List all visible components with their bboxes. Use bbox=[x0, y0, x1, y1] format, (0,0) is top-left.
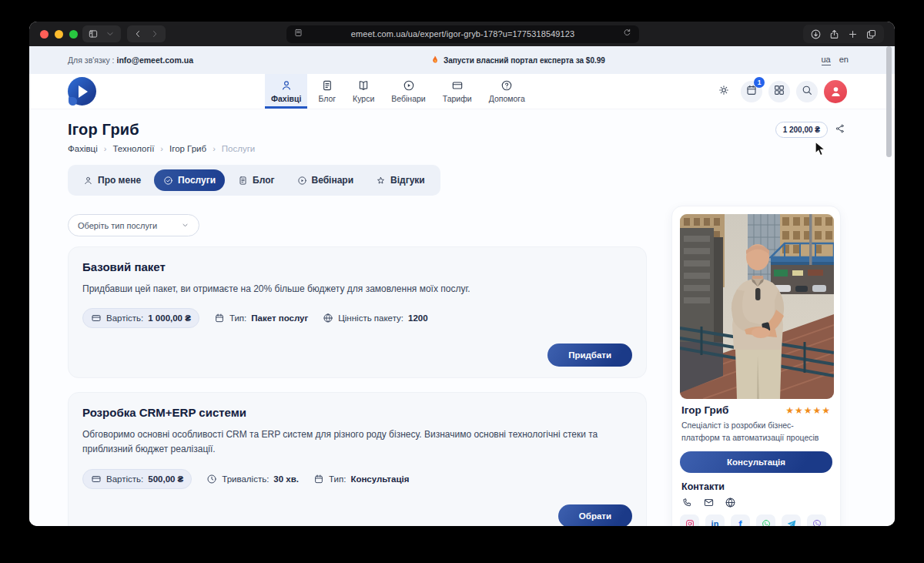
badge-label: Цінність пакету: bbox=[338, 313, 403, 323]
service-title: Базовий пакет bbox=[82, 260, 632, 273]
breadcrumb-item[interactable]: Фахівці bbox=[68, 144, 98, 153]
contact-info: Для зв'язку : info@emeet.com.ua bbox=[68, 55, 193, 65]
badge-value: 30 хв. bbox=[273, 474, 299, 484]
social-viber-link[interactable] bbox=[807, 514, 826, 526]
doc-icon bbox=[238, 176, 248, 186]
service-button-row: Обрати bbox=[82, 504, 632, 526]
nav-item-label: Тарифи bbox=[443, 94, 472, 103]
tab-label: Відгуки bbox=[390, 175, 425, 186]
contacts-title: Контакти bbox=[680, 481, 832, 492]
breadcrumb-separator: › bbox=[213, 144, 216, 153]
social-whatsapp-link[interactable] bbox=[756, 514, 775, 526]
nav-item-label: Допомога bbox=[489, 94, 525, 103]
minimize-button[interactable] bbox=[55, 30, 63, 39]
consultation-button[interactable]: Консультація bbox=[680, 451, 832, 473]
breadcrumb-separator: › bbox=[104, 144, 107, 153]
tab-services[interactable]: Послуги bbox=[154, 169, 225, 191]
service-button-row: Придбати bbox=[82, 343, 632, 367]
nav-item-label: Фахівці bbox=[271, 94, 301, 103]
social-telegram-link[interactable] bbox=[782, 514, 801, 526]
service-badges: Вартість: 500,00 ₴Тривалість: 30 хв.Тип:… bbox=[82, 469, 632, 489]
site-logo[interactable] bbox=[68, 77, 96, 106]
contact-icons bbox=[680, 497, 832, 508]
search-button[interactable] bbox=[796, 81, 818, 102]
back-icon[interactable] bbox=[132, 28, 143, 39]
nav-item-experts[interactable]: Фахівці bbox=[265, 74, 307, 109]
nav-item-label: Курси bbox=[353, 94, 374, 103]
tab-label: Послуги bbox=[178, 175, 216, 186]
globe-icon bbox=[323, 313, 333, 323]
apps-button[interactable] bbox=[768, 81, 790, 102]
breadcrumb-item[interactable]: Технології bbox=[112, 144, 154, 153]
choose-button[interactable]: Обрати bbox=[558, 504, 632, 526]
tab-reviews[interactable]: Відгуки bbox=[367, 169, 434, 191]
contact-globe-button[interactable] bbox=[725, 497, 736, 508]
service-badge: Тривалість: 30 хв. bbox=[206, 474, 299, 484]
share-profile-button[interactable] bbox=[835, 123, 845, 137]
nav-item-webinars[interactable]: Вебінари bbox=[385, 74, 431, 109]
lang-ua[interactable]: ua bbox=[822, 55, 831, 65]
cardnav-icon bbox=[451, 79, 464, 92]
calendar-icon bbox=[214, 313, 225, 323]
downloads-icon[interactable] bbox=[810, 28, 822, 40]
rating-stars: ★★★★★ bbox=[785, 405, 831, 416]
chevron-down-icon bbox=[181, 221, 189, 230]
share-icon[interactable] bbox=[829, 28, 840, 40]
chevron-down-icon[interactable] bbox=[105, 28, 116, 39]
nav-item-courses[interactable]: Курси bbox=[346, 74, 380, 109]
service-badge: Тип: Консультація bbox=[313, 474, 409, 484]
tab-about[interactable]: Про мене bbox=[74, 169, 150, 191]
tab-overview-icon[interactable] bbox=[865, 28, 877, 40]
service-badge: Тип: Пакет послуг bbox=[214, 313, 308, 323]
title-actions: 1 200,00 ₴ bbox=[775, 122, 845, 138]
address-bar[interactable]: emeet.com.ua/ua/expert/igor-gryb-178?u=1… bbox=[286, 25, 639, 43]
social-instagram-link[interactable] bbox=[680, 514, 699, 526]
announcement-bar: Для зв'язку : info@emeet.com.ua Запусти … bbox=[29, 46, 895, 74]
nav-item-help[interactable]: Допомога bbox=[483, 74, 531, 109]
profile-tabs: Про менеПослугиБлогВебінариВідгуки bbox=[68, 165, 440, 196]
badge-value: 1 000,00 ₴ bbox=[148, 313, 191, 323]
forward-icon[interactable] bbox=[149, 28, 160, 39]
title-row: Ігор Гриб 1 200,00 ₴ bbox=[68, 109, 845, 139]
new-tab-icon[interactable] bbox=[847, 28, 859, 40]
contact-email[interactable]: info@emeet.com.ua bbox=[116, 55, 193, 65]
main-nav: ФахівціБлогКурсиВебінариТарифиДопомога bbox=[265, 74, 531, 109]
tab-blog[interactable]: Блог bbox=[229, 169, 283, 191]
social-linkedin-link[interactable]: in bbox=[705, 514, 725, 526]
doc-icon bbox=[321, 79, 333, 92]
tab-webinars[interactable]: Вебінари bbox=[288, 169, 363, 191]
close-button[interactable] bbox=[40, 30, 49, 39]
profile-avatar[interactable] bbox=[824, 80, 847, 103]
sidebar-toggle-icon[interactable] bbox=[88, 28, 99, 39]
zoom-button[interactable] bbox=[69, 30, 78, 39]
mouse-cursor bbox=[815, 141, 826, 157]
page-settings-icon[interactable] bbox=[293, 27, 303, 41]
theme-toggle-button[interactable] bbox=[713, 81, 735, 102]
service-type-select[interactable]: Оберіть тип послуги bbox=[68, 214, 199, 236]
contact-mail-button[interactable] bbox=[703, 497, 715, 508]
reload-icon[interactable] bbox=[622, 27, 632, 41]
service-title: Розробка CRM+ERP системи bbox=[82, 406, 632, 419]
service-card: Базовий пакетПридбавши цей пакет, ви отр… bbox=[68, 246, 647, 378]
header-actions: 1 bbox=[713, 80, 847, 103]
breadcrumb-item[interactable]: Ігор Гриб bbox=[169, 144, 206, 153]
clock-icon bbox=[206, 474, 217, 484]
breadcrumb-item[interactable]: Послуги bbox=[222, 144, 256, 153]
browser-window: emeet.com.ua/ua/expert/igor-gryb-178?u=1… bbox=[29, 22, 895, 526]
social-facebook-link[interactable]: f bbox=[731, 514, 750, 526]
checkCircle-icon bbox=[163, 176, 173, 186]
calendar-button[interactable]: 1 bbox=[741, 81, 762, 102]
breadcrumb: Фахівці›Технології›Ігор Гриб›Послуги bbox=[68, 144, 845, 153]
tab-label: Про мене bbox=[98, 175, 141, 186]
scrollbar-thumb[interactable] bbox=[886, 46, 892, 157]
nav-item-blog[interactable]: Блог bbox=[312, 74, 342, 109]
lang-en[interactable]: en bbox=[839, 55, 849, 65]
badge-value: Консультація bbox=[350, 474, 409, 484]
buy-button[interactable]: Придбати bbox=[547, 343, 632, 367]
expert-photo-image bbox=[680, 214, 834, 399]
contact-phone-button[interactable] bbox=[681, 497, 693, 508]
nav-item-tariffs[interactable]: Тарифи bbox=[437, 74, 478, 109]
phone-icon bbox=[681, 497, 693, 508]
social-links: inf bbox=[680, 514, 832, 526]
promo-banner[interactable]: Запусти власний портал експерта за $0.99 bbox=[430, 55, 605, 66]
